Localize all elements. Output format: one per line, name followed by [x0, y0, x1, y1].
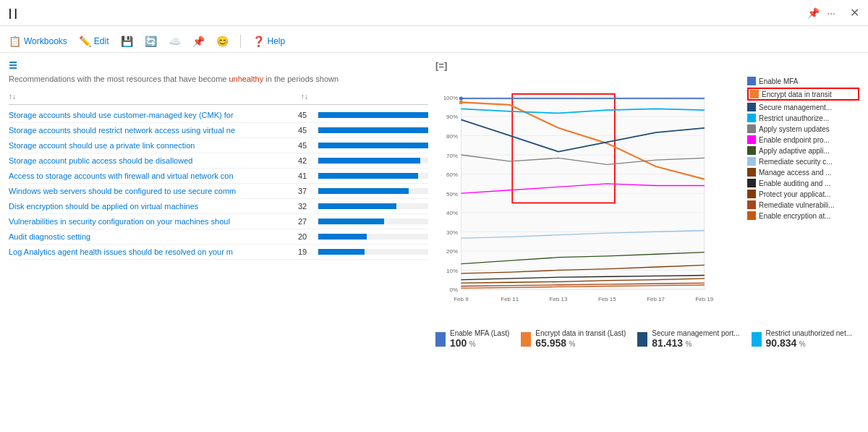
legend-item[interactable]: Remediate vulnerabili...: [747, 200, 859, 209]
metric-value: 65.958: [535, 337, 566, 349]
metric-label: Secure management port...: [652, 329, 739, 337]
legend-label: Enable encryption at...: [759, 212, 831, 220]
metric-item: Enable MFA (Last) 100 %: [435, 329, 509, 349]
row-name[interactable]: Storage account should use a private lin…: [9, 141, 298, 150]
chart-legend: Enable MFA Encrypt data in transit Secur…: [747, 77, 859, 325]
bar-fill: [318, 158, 420, 164]
row-name[interactable]: Storage account public access should be …: [9, 156, 298, 165]
metric-info: Encrypt data in transit (Last) 65.958 %: [535, 329, 626, 349]
workbooks-button[interactable]: 📋 Workbooks: [9, 35, 67, 47]
svg-text:Feb 15: Feb 15: [598, 296, 616, 302]
table-row: Access to storage accounts with firewall…: [9, 169, 428, 184]
more-icon[interactable]: ···: [827, 7, 835, 19]
row-name[interactable]: Windows web servers should be configured…: [9, 187, 298, 195]
legend-item[interactable]: Apply system updates: [747, 124, 859, 133]
save-button[interactable]: 💾: [121, 35, 133, 47]
legend-item[interactable]: Protect your applicat...: [747, 190, 859, 198]
row-name[interactable]: Log Analytics agent health issues should…: [9, 247, 298, 256]
metric-value: 100: [450, 337, 467, 349]
metric-item: Secure management port... 81.413 %: [637, 329, 739, 349]
bar-container: [318, 112, 428, 118]
bar-container: [318, 249, 428, 255]
edit-icon: ✏️: [79, 35, 91, 47]
legend-item[interactable]: Restrict unauthorize...: [747, 114, 859, 122]
table-row: Log Analytics agent health issues should…: [9, 245, 428, 260]
edit-button[interactable]: ✏️ Edit: [79, 35, 109, 47]
bar-fill: [318, 127, 428, 133]
row-count-number: 42: [298, 156, 314, 165]
legend-label: Encrypt data in transit: [762, 90, 832, 98]
legend-item[interactable]: Enable auditing and ...: [747, 179, 859, 187]
sort-name-icon[interactable]: ↑↓: [9, 93, 16, 101]
svg-text:90%: 90%: [446, 114, 458, 120]
sort-count-icon[interactable]: ↑↓: [301, 93, 308, 101]
metric-value-row: 81.413 %: [652, 337, 739, 349]
legend-item[interactable]: Encrypt data in transit: [747, 88, 859, 101]
metric-value: 90.834: [766, 337, 797, 349]
col-count-header[interactable]: ↑↓: [298, 93, 428, 101]
legend-label: Enable endpoint pro...: [759, 136, 830, 144]
row-name[interactable]: Vulnerabilities in security configuratio…: [9, 217, 298, 226]
legend-label: Manage access and ...: [759, 169, 832, 177]
table-rows: Storage accounts should use customer-man…: [9, 108, 428, 260]
refresh-button[interactable]: 🔄: [145, 35, 157, 47]
col-name-header[interactable]: ↑↓: [9, 92, 298, 101]
table-row: Storage account should use a private lin…: [9, 138, 428, 153]
emoji-icon: 😊: [216, 35, 229, 47]
legend-label: Protect your applicat...: [759, 190, 831, 198]
row-name[interactable]: Storage accounts should use customer-man…: [9, 111, 298, 119]
help-button[interactable]: ❓ Help: [252, 35, 286, 47]
main-content: ☰ Recommendations with the most resource…: [0, 53, 868, 427]
toolbar: 📋 Workbooks ✏️ Edit 💾 🔄 ☁️ 📌 😊 ❓ Help: [0, 30, 868, 53]
legend-color-box: [747, 77, 756, 85]
pin-toolbar-button[interactable]: 📌: [192, 35, 205, 47]
emoji-button[interactable]: 😊: [216, 35, 229, 47]
metric-info: Enable MFA (Last) 100 %: [450, 329, 509, 349]
table-header: ↑↓ ↑↓: [9, 92, 428, 105]
bar-fill: [318, 203, 396, 209]
metric-value-row: 100 %: [450, 337, 509, 349]
svg-text:0%: 0%: [449, 287, 458, 294]
row-count-cell: 45: [298, 126, 428, 135]
legend-color-box: [747, 146, 756, 155]
svg-text:Feb 17: Feb 17: [647, 296, 665, 302]
cloud-button[interactable]: ☁️: [169, 35, 181, 47]
toolbar-separator: [240, 35, 241, 48]
row-name[interactable]: Disk encryption should be applied on vir…: [9, 202, 298, 211]
row-count-cell: 41: [298, 171, 428, 180]
svg-text:40%: 40%: [446, 210, 458, 216]
pin-icon[interactable]: 📌: [807, 7, 820, 19]
legend-item[interactable]: Apply adaptive appli...: [747, 146, 859, 155]
svg-text:Feb 19: Feb 19: [695, 296, 713, 302]
panel-subtitle: Recommendations with the most resources …: [9, 74, 428, 85]
bar-container: [318, 234, 428, 240]
row-count-cell: 27: [298, 217, 428, 226]
svg-text:Feb 11: Feb 11: [501, 296, 519, 302]
app-title: | |: [9, 7, 807, 19]
metric-value: 81.413: [652, 337, 683, 349]
legend-color-box: [747, 103, 756, 111]
legend-label: Apply adaptive appli...: [759, 147, 830, 155]
legend-item[interactable]: Enable MFA: [747, 77, 859, 85]
metric-unit: %: [799, 340, 806, 348]
legend-item[interactable]: Remediate security c...: [747, 157, 859, 166]
row-name[interactable]: Storage accounts should restrict network…: [9, 126, 298, 135]
cloud-icon: ☁️: [169, 35, 181, 47]
row-count-cell: 19: [298, 247, 428, 256]
legend-label: Restrict unauthorize...: [759, 114, 829, 122]
row-name[interactable]: Audit diagnostic setting: [9, 232, 298, 241]
chart-svg-container: 100% 90% 80% 70% 60% 50% 40% 30% 20% 10%…: [435, 77, 743, 325]
close-icon[interactable]: ✕: [850, 6, 859, 20]
chart-area: 100% 90% 80% 70% 60% 50% 40% 30% 20% 10%…: [435, 77, 859, 325]
legend-color-box: [747, 157, 756, 166]
row-name[interactable]: Access to storage accounts with firewall…: [9, 171, 298, 180]
legend-item[interactable]: Enable encryption at...: [747, 211, 859, 220]
metric-unit: %: [469, 340, 476, 348]
legend-item[interactable]: Manage access and ...: [747, 168, 859, 177]
metric-label: Enable MFA (Last): [450, 329, 509, 337]
legend-color-box: [750, 90, 759, 98]
legend-item[interactable]: Enable endpoint pro...: [747, 135, 859, 144]
legend-item[interactable]: Secure management...: [747, 103, 859, 111]
bar-container: [318, 158, 428, 164]
row-count-cell: 42: [298, 156, 428, 165]
